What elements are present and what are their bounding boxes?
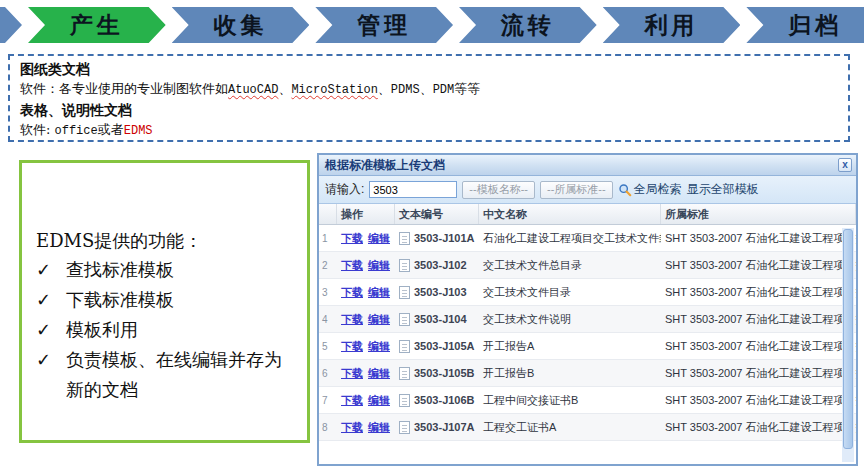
- download-link[interactable]: 下载: [341, 393, 363, 408]
- search-input-label: 请输入:: [325, 181, 364, 198]
- document-icon: [399, 232, 410, 245]
- document-icon: [399, 286, 410, 299]
- document-icon: [399, 421, 410, 434]
- download-link[interactable]: 下载: [341, 285, 363, 300]
- process-step-lead: [0, 7, 22, 43]
- document-icon: [399, 313, 410, 326]
- doc-name: 交工技术文件总目录: [479, 258, 661, 273]
- feature-item: ✓查找标准模板: [36, 255, 297, 285]
- note-title-drawings: 图纸类文档: [20, 59, 838, 79]
- edit-link[interactable]: 编辑: [368, 366, 390, 381]
- doc-standard: SHT 3503-2007 石油化工建设工程项目交工...: [661, 420, 856, 435]
- check-icon: ✓: [36, 285, 66, 315]
- doc-standard: SHT 3503-2007 石油化工建设工程项目交工...: [661, 312, 856, 327]
- search-input[interactable]: [369, 181, 457, 198]
- doc-types-note: 图纸类文档 软件：各专业使用的专业制图软件如AtuoCAD、MicroStati…: [8, 54, 850, 142]
- doc-name: 开工报告A: [479, 339, 661, 354]
- vertical-scrollbar[interactable]: [842, 228, 854, 462]
- table-row: 6 下载编辑 3503-J105B 开工报告B SHT 3503-2007 石油…: [319, 360, 856, 387]
- doc-code: 3503-J105B: [414, 367, 475, 379]
- header-standard: 所属标准: [661, 204, 856, 224]
- doc-name: 交工技术文件目录: [479, 285, 661, 300]
- scrollbar-thumb[interactable]: [843, 229, 853, 449]
- doc-name: 交工技术文件说明: [479, 312, 661, 327]
- process-step-label: 流转: [501, 10, 555, 41]
- table-row: 1 下载编辑 3503-J101A 石油化工建设工程项目交工技术文件封面A SH…: [319, 225, 856, 252]
- slide-canvas: 产生 收集 管理 流转 利用 归档 图纸类文档 软件：各专业使用的专业制图软件如…: [0, 0, 864, 466]
- process-step-label: 归档: [788, 10, 842, 41]
- standard-dropdown[interactable]: --所属标准--: [540, 181, 613, 199]
- app-name-autocad: AtuoCAD: [228, 83, 278, 97]
- row-number: 6: [319, 368, 337, 379]
- app-name-edms: EDMS: [124, 124, 153, 138]
- download-link[interactable]: 下载: [341, 231, 363, 246]
- doc-name: 工程交工证书A: [479, 420, 661, 435]
- process-step-label: 收集: [214, 10, 268, 41]
- edms-feature-box: EDMS提供的功能： ✓查找标准模板 ✓下载标准模板 ✓模板利用 ✓负责模板、在…: [19, 160, 310, 443]
- process-step-transfer: 流转: [459, 7, 597, 43]
- download-link[interactable]: 下载: [341, 420, 363, 435]
- process-step-manage: 管理: [315, 7, 453, 43]
- document-icon: [399, 259, 410, 272]
- table-body: 1 下载编辑 3503-J101A 石油化工建设工程项目交工技术文件封面A SH…: [319, 225, 856, 466]
- table-row: 2 下载编辑 3503-J102 交工技术文件总目录 SHT 3503-2007…: [319, 252, 856, 279]
- edit-link[interactable]: 编辑: [368, 258, 390, 273]
- show-all-templates-button[interactable]: 显示全部模板: [687, 181, 759, 198]
- dialog-titlebar: 根据标准模板上传文档 x: [319, 155, 856, 176]
- document-icon: [399, 340, 410, 353]
- document-icon: [399, 367, 410, 380]
- doc-code: 3503-J101A: [414, 232, 475, 244]
- row-number: 1: [319, 233, 337, 244]
- dialog-title: 根据标准模板上传文档: [325, 157, 838, 174]
- download-link[interactable]: 下载: [341, 366, 363, 381]
- doc-code: 3503-J102: [414, 259, 467, 271]
- process-step-archive: 归档: [746, 7, 864, 43]
- close-icon: x: [842, 160, 848, 170]
- feature-item: ✓下载标准模板: [36, 285, 297, 315]
- edms-features-heading: EDMS提供的功能：: [36, 227, 297, 255]
- search-icon: [618, 183, 632, 197]
- row-number: 2: [319, 260, 337, 271]
- template-name-dropdown[interactable]: --模板名称--: [462, 181, 535, 199]
- table-row: 4 下载编辑 3503-J104 交工技术文件说明 SHT 3503-2007 …: [319, 306, 856, 333]
- close-button[interactable]: x: [838, 158, 852, 172]
- edit-link[interactable]: 编辑: [368, 420, 390, 435]
- table-header: 操作 文本编号 中文名称 所属标准: [319, 204, 856, 225]
- app-name-office: office: [55, 124, 98, 138]
- app-name-pdms: PDMS: [391, 83, 420, 97]
- document-icon: [399, 394, 410, 407]
- process-step-produce: 产生: [28, 7, 166, 43]
- row-number: 8: [319, 422, 337, 433]
- doc-standard: SHT 3503-2007 石油化工建设工程项目交工...: [661, 258, 856, 273]
- download-link[interactable]: 下载: [341, 312, 363, 327]
- app-name-microstation: MicroStation: [291, 83, 377, 97]
- doc-code: 3503-J103: [414, 286, 467, 298]
- global-search-button[interactable]: 全局检索: [618, 181, 682, 198]
- feature-item: ✓模板利用: [36, 315, 297, 345]
- upload-template-dialog: 根据标准模板上传文档 x 请输入: --模板名称-- --所属标准-- 全局检索…: [317, 153, 858, 466]
- edit-link[interactable]: 编辑: [368, 339, 390, 354]
- doc-name: 开工报告B: [479, 366, 661, 381]
- feature-item: ✓负责模板、在线编辑并存为新的文档: [36, 345, 297, 405]
- doc-code: 3503-J106B: [414, 394, 475, 406]
- doc-name: 石油化工建设工程项目交工技术文件封面A: [479, 231, 661, 246]
- note-software-line1: 软件：各专业使用的专业制图软件如AtuoCAD、MicroStation、PDM…: [20, 79, 838, 100]
- edit-link[interactable]: 编辑: [368, 285, 390, 300]
- header-doc-name: 中文名称: [479, 204, 661, 224]
- edit-link[interactable]: 编辑: [368, 312, 390, 327]
- download-link[interactable]: 下载: [341, 258, 363, 273]
- doc-standard: SHT 3503-2007 石油化工建设工程项目交工...: [661, 285, 856, 300]
- check-icon: ✓: [36, 345, 66, 375]
- doc-code: 3503-J107A: [414, 421, 475, 433]
- download-link[interactable]: 下载: [341, 339, 363, 354]
- header-operation: 操作: [337, 204, 395, 224]
- edit-link[interactable]: 编辑: [368, 393, 390, 408]
- doc-standard: SHT 3503-2007 石油化工建设工程项目交工...: [661, 366, 856, 381]
- edit-link[interactable]: 编辑: [368, 231, 390, 246]
- process-step-label: 利用: [645, 10, 699, 41]
- empty-row-area: [319, 441, 856, 466]
- process-bar: 产生 收集 管理 流转 利用 归档: [0, 7, 864, 43]
- note-software-line2: 软件: office或者EDMS: [20, 120, 838, 141]
- process-step-use: 利用: [603, 7, 741, 43]
- dialog-toolbar: 请输入: --模板名称-- --所属标准-- 全局检索 显示全部模板: [319, 176, 856, 204]
